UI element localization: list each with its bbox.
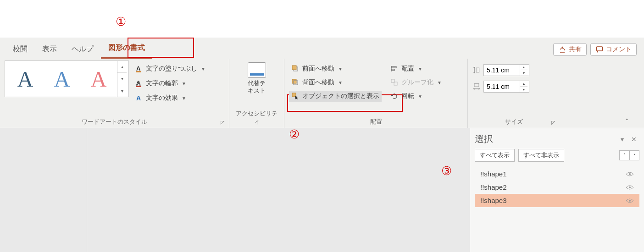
wordart-sample-1[interactable]: A: [7, 66, 44, 92]
rotate-icon: [390, 92, 399, 100]
group-label-wordart: ワードアートのスタイル: [5, 116, 224, 128]
text-effects-button[interactable]: A 文字の効果 ▼: [133, 93, 208, 104]
shape-name: !!shape1: [480, 170, 507, 178]
text-fill-button[interactable]: A 文字の塗りつぶし ▼: [133, 63, 208, 74]
pane-options-button[interactable]: ▾: [618, 136, 627, 143]
annotation-3: ③: [441, 164, 452, 178]
width-input[interactable]: ▴ ▾: [483, 81, 529, 93]
svg-rect-4: [136, 86, 141, 87]
width-spin-down[interactable]: ▾: [520, 87, 527, 92]
text-effects-label: 文字の効果: [146, 94, 178, 102]
selection-pane: 選択 ▾ ✕ すべて表示 すべて非表示 ˄ ˅ !!shape1 !!shape…: [470, 128, 644, 252]
share-button[interactable]: 共有: [553, 43, 587, 56]
visibility-toggle-icon[interactable]: [626, 198, 634, 203]
width-icon: [472, 82, 481, 91]
slide-canvas[interactable]: [87, 128, 470, 252]
bring-forward-label: 前面へ移動: [302, 65, 334, 73]
wordart-sample-3[interactable]: A: [80, 66, 117, 92]
svg-rect-16: [476, 68, 479, 72]
ribbon-collapse-button[interactable]: ˄: [625, 118, 628, 125]
annotation-1: ①: [116, 15, 126, 29]
reorder-down-button[interactable]: ˅: [629, 150, 639, 160]
height-spin-up[interactable]: ▴: [520, 65, 527, 70]
dialog-launcher-size[interactable]: ◸: [551, 120, 558, 126]
workspace: 選択 ▾ ✕ すべて表示 すべて非表示 ˄ ˅ !!shape1 !!shape…: [0, 128, 644, 252]
svg-text:A: A: [136, 80, 141, 87]
tab-review[interactable]: 校閲: [6, 40, 35, 59]
share-label: 共有: [569, 45, 582, 54]
comment-button[interactable]: コメント: [590, 43, 637, 56]
text-outline-button[interactable]: A 文字の輪郭 ▼: [133, 78, 208, 89]
gallery-scroll-up[interactable]: ▴: [117, 61, 127, 73]
height-value[interactable]: [484, 66, 520, 74]
alt-text-label-2: キスト: [248, 87, 266, 94]
comment-label: コメント: [606, 45, 632, 54]
chevron-down-icon: ▼: [338, 80, 343, 85]
visibility-toggle-icon[interactable]: [626, 171, 634, 177]
group-objects-label: グループ化: [401, 78, 433, 87]
rotate-label: 回転: [401, 92, 414, 100]
svg-text:A: A: [136, 94, 141, 102]
visibility-toggle-icon[interactable]: [626, 185, 634, 190]
chevron-down-icon: ▼: [418, 66, 422, 71]
align-button[interactable]: 配置 ▼: [388, 63, 444, 74]
ribbon-tab-row: 校閲 表示 ヘルプ 図形の書式 共有 コメント: [0, 38, 644, 59]
chevron-down-icon: ▼: [201, 66, 205, 71]
text-outline-icon: A: [135, 79, 143, 88]
wordart-sample-2[interactable]: A: [44, 66, 80, 92]
send-backward-label: 背面へ移動: [302, 78, 334, 87]
text-fill-label: 文字の塗りつぶし: [146, 65, 197, 73]
width-value[interactable]: [484, 83, 520, 90]
text-effects-icon: A: [135, 94, 143, 102]
show-all-button[interactable]: すべて表示: [475, 149, 515, 162]
pane-close-button[interactable]: ✕: [628, 136, 639, 143]
svg-point-20: [629, 200, 631, 202]
group-label-arrange: 配置: [289, 116, 463, 128]
rotate-button[interactable]: 回転 ▼: [388, 91, 444, 102]
svg-point-18: [629, 173, 631, 175]
alt-text-label-1: 代替テ: [248, 80, 266, 87]
height-input[interactable]: ▴ ▾: [483, 64, 529, 76]
text-fill-icon: A: [135, 65, 143, 73]
svg-point-19: [629, 186, 631, 188]
group-icon: [390, 78, 399, 87]
height-icon: [472, 66, 481, 74]
hide-all-button[interactable]: すべて非表示: [518, 149, 564, 162]
selection-pane-title: 選択: [475, 133, 493, 145]
selection-pane-icon: [291, 92, 300, 100]
selection-pane-button[interactable]: オブジェクトの選択と表示: [289, 91, 382, 102]
gallery-expand[interactable]: ▾: [117, 85, 127, 97]
width-spin-up[interactable]: ▴: [520, 81, 527, 87]
chevron-down-icon: ▼: [437, 80, 442, 85]
gallery-scroll-down[interactable]: ▾: [117, 73, 127, 85]
svg-rect-2: [136, 71, 141, 72]
chevron-down-icon: ▼: [338, 66, 343, 71]
svg-rect-0: [597, 47, 603, 51]
shape-list-item[interactable]: !!shape2: [475, 181, 639, 194]
group-accessibility: 代替テ キスト アクセシビリティ: [229, 59, 284, 128]
slide-thumbnail-strip[interactable]: [0, 128, 87, 252]
bring-forward-button[interactable]: 前面へ移動 ▼: [289, 63, 382, 74]
alt-text-button[interactable]: 代替テ キスト: [241, 60, 273, 108]
dialog-launcher-wordart[interactable]: ◸: [221, 120, 227, 126]
ribbon: A A A ▴ ▾ ▾ A 文字の塗りつぶし ▼: [0, 59, 644, 128]
tab-shape-format[interactable]: 図形の書式: [101, 38, 152, 59]
svg-rect-8: [292, 79, 296, 83]
group-size: ▴ ▾ ▴ ▾: [468, 59, 560, 128]
selection-pane-label: オブジェクトの選択と表示: [302, 92, 379, 100]
height-spin-down[interactable]: ▾: [520, 70, 527, 76]
shape-list-item[interactable]: !!shape3: [475, 194, 639, 207]
svg-rect-12: [392, 66, 396, 68]
chevron-down-icon: ▼: [182, 81, 186, 86]
send-backward-button[interactable]: 背面へ移動 ▼: [289, 77, 382, 88]
tab-view[interactable]: 表示: [35, 40, 64, 59]
reorder-up-button[interactable]: ˄: [619, 150, 629, 160]
wordart-gallery[interactable]: A A A ▴ ▾ ▾: [5, 60, 129, 97]
chevron-down-icon: ▼: [418, 94, 422, 99]
group-label-accessibility: アクセシビリティ: [234, 108, 279, 128]
shape-list-item[interactable]: !!shape1: [475, 167, 639, 181]
tab-help[interactable]: ヘルプ: [64, 40, 101, 59]
align-label: 配置: [401, 65, 414, 73]
chevron-down-icon: ▼: [182, 96, 186, 101]
group-label-size: サイズ: [472, 116, 555, 128]
